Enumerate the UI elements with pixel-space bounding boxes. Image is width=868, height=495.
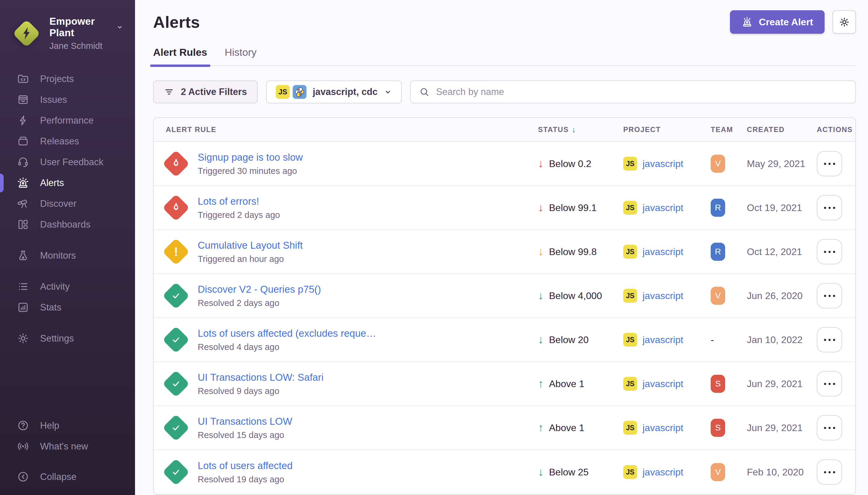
- sidebar-item-activity[interactable]: Activity: [0, 276, 135, 297]
- sidebar-nav: Projects Issues Performance Releases Use…: [0, 68, 135, 349]
- sidebar-item-help[interactable]: Help: [0, 415, 135, 436]
- sidebar-item-label: Issues: [40, 95, 67, 105]
- column-header-status[interactable]: STATUS↓: [538, 125, 623, 134]
- row-actions-button[interactable]: [817, 195, 842, 220]
- alert-rule-link[interactable]: Lots of errors!: [198, 195, 280, 207]
- alert-rule-trigger-status: Triggered an hour ago: [198, 254, 303, 264]
- row-actions-button[interactable]: [817, 283, 842, 308]
- alert-rule-link[interactable]: Lots of users affected (excludes reque…: [198, 328, 376, 339]
- project-link[interactable]: javascript: [643, 202, 683, 214]
- alert-rule-link[interactable]: UI Transactions LOW: Safari: [198, 372, 324, 383]
- row-actions-button[interactable]: [817, 371, 842, 396]
- project-link[interactable]: javascript: [643, 290, 683, 302]
- alert-rule-row: Discover V2 - Queries p75()Resolved 2 da…: [154, 274, 855, 318]
- sidebar-item-label: Alerts: [40, 177, 64, 188]
- alert-rule-link[interactable]: Lots of users affected: [198, 460, 293, 472]
- trend-up-icon: ↑: [538, 422, 544, 434]
- sidebar-item-label: Performance: [40, 115, 93, 126]
- project-link[interactable]: javascript: [643, 378, 683, 390]
- javascript-platform-icon: JS: [623, 289, 637, 303]
- siren-icon: [742, 16, 753, 28]
- project-filter-dropdown[interactable]: JS javascript, cdc: [266, 81, 401, 103]
- row-actions-button[interactable]: [817, 327, 842, 353]
- alert-rule-trigger-status: Resolved 4 days ago: [198, 342, 376, 352]
- alert-rule-link[interactable]: Discover V2 - Queries p75(): [198, 284, 321, 295]
- alert-rule-link[interactable]: UI Transactions LOW: [198, 416, 292, 427]
- team-avatar: V: [711, 463, 725, 481]
- sidebar-item-performance[interactable]: Performance: [0, 110, 135, 131]
- project-link[interactable]: javascript: [643, 334, 683, 345]
- javascript-platform-icon: JS: [276, 85, 290, 99]
- sidebar-item-user-feedback[interactable]: User Feedback: [0, 152, 135, 172]
- row-actions-button[interactable]: [817, 239, 842, 264]
- sidebar-item-discover[interactable]: Discover: [0, 193, 135, 214]
- sidebar-item-settings[interactable]: Settings: [0, 328, 135, 349]
- status-threshold: Below 99.1: [549, 202, 597, 214]
- status-threshold: Below 0.2: [549, 158, 592, 169]
- org-switcher[interactable]: Empower Plant Jane Schmidt: [0, 0, 135, 51]
- archive-box-icon: [17, 135, 29, 148]
- column-header-created[interactable]: CREATED: [747, 125, 817, 134]
- chevron-left-circle-icon: [17, 471, 29, 483]
- column-header-actions: ACTIONS: [817, 125, 855, 134]
- sidebar-item-monitors[interactable]: Monitors: [0, 245, 135, 266]
- alert-settings-button[interactable]: [832, 10, 856, 34]
- project-link[interactable]: javascript: [643, 158, 683, 169]
- trend-down-icon: ↓: [538, 289, 544, 302]
- alert-rule-trigger-status: Triggered 30 minutes ago: [198, 166, 303, 176]
- row-actions-button[interactable]: [817, 415, 842, 441]
- project-link[interactable]: javascript: [643, 246, 683, 257]
- javascript-platform-icon: JS: [623, 333, 637, 347]
- row-actions-button[interactable]: [817, 151, 842, 176]
- created-date: May 29, 2021: [747, 158, 817, 169]
- team-none: -: [711, 334, 714, 345]
- trend-down-icon: ↓: [538, 157, 544, 170]
- column-header-team[interactable]: TEAM: [711, 125, 747, 134]
- check-icon: [170, 466, 182, 478]
- status-threshold: Below 99.8: [549, 246, 597, 257]
- tab-alert-rules[interactable]: Alert Rules: [153, 47, 207, 65]
- sidebar-item-issues[interactable]: Issues: [0, 89, 135, 110]
- alert-rule-trigger-status: Triggered 2 days ago: [198, 210, 280, 220]
- project-link[interactable]: javascript: [643, 422, 683, 433]
- org-logo: [13, 20, 40, 47]
- sidebar-item-projects[interactable]: Projects: [0, 68, 135, 89]
- alert-rule-link[interactable]: Cumulative Layout Shift: [198, 240, 303, 251]
- tab-history[interactable]: History: [225, 47, 257, 65]
- flame-icon: [170, 202, 182, 214]
- column-header-project[interactable]: PROJECT: [623, 125, 711, 134]
- filter-lines-icon: [164, 87, 174, 97]
- active-filters-label: 2 Active Filters: [181, 86, 247, 97]
- column-header-alert-rule[interactable]: ALERT RULE: [154, 125, 538, 134]
- sidebar-item-stats[interactable]: Stats: [0, 297, 135, 318]
- siren-icon: [17, 177, 29, 189]
- active-filters-button[interactable]: 2 Active Filters: [153, 81, 258, 103]
- sidebar-item-dashboards[interactable]: Dashboards: [0, 214, 135, 235]
- critical-alert-icon: [162, 194, 190, 222]
- sidebar-item-releases[interactable]: Releases: [0, 131, 135, 152]
- row-actions-button[interactable]: [817, 459, 842, 485]
- sidebar-item-label: Monitors: [40, 250, 76, 261]
- project-link[interactable]: javascript: [643, 467, 683, 478]
- lightning-bolt-icon: [19, 25, 34, 41]
- create-alert-button[interactable]: Create Alert: [730, 10, 824, 34]
- sidebar: Empower Plant Jane Schmidt Projects Issu…: [0, 0, 135, 495]
- search-input[interactable]: [436, 86, 847, 97]
- dashboard-grid-icon: [17, 218, 29, 231]
- sidebar-item-collapse[interactable]: Collapse: [0, 466, 135, 487]
- sidebar-item-label: Help: [40, 420, 59, 431]
- critical-alert-icon: [162, 150, 190, 177]
- sidebar-item-whats-new[interactable]: What's new: [0, 436, 135, 457]
- gear-icon: [839, 17, 850, 28]
- chevron-down-icon: [384, 88, 392, 96]
- sidebar-item-label: What's new: [40, 441, 88, 452]
- alert-rule-row: ! Cumulative Layout ShiftTriggered an ho…: [154, 230, 855, 274]
- sidebar-footer: Help What's new Collapse: [0, 415, 135, 495]
- sidebar-item-alerts[interactable]: Alerts: [0, 172, 135, 193]
- team-avatar: S: [711, 375, 725, 393]
- sidebar-item-label: Collapse: [40, 472, 76, 482]
- alert-rule-link[interactable]: Signup page is too slow: [198, 152, 303, 163]
- check-icon: [170, 334, 182, 346]
- javascript-platform-icon: JS: [623, 465, 637, 479]
- table-header-row: ALERT RULE STATUS↓ PROJECT TEAM CREATED …: [154, 118, 855, 142]
